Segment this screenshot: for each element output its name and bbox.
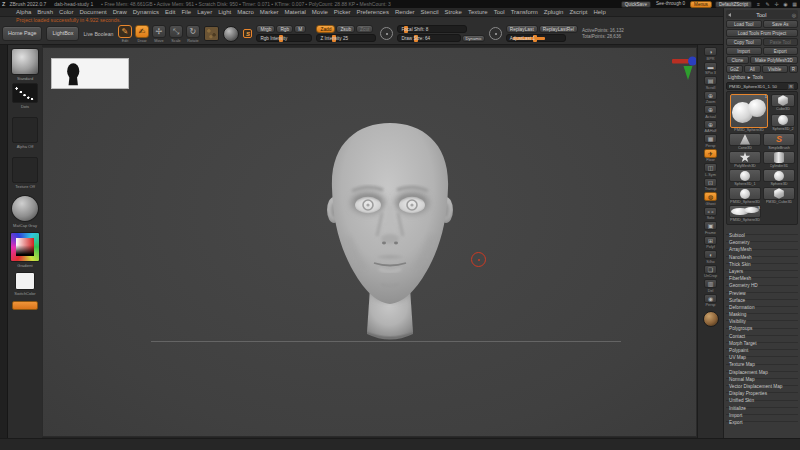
dynamic-button[interactable]: Dynamic [462,35,484,42]
current-material-sphere[interactable] [223,26,239,42]
right-shelf-button[interactable]: ◍ Ghost [700,192,722,206]
left-shelf-item[interactable]: Gradient [10,230,40,268]
mode-button[interactable]: ⤡ Scale [168,25,183,43]
tool-thumbnail[interactable]: Cylinder3D [763,151,795,168]
right-shelf-button[interactable]: ⊡ Transp [700,178,722,192]
menu-item[interactable]: Render [395,9,415,15]
pen-icon[interactable]: ✎ [764,1,771,7]
tool-panel-button[interactable]: Paste Tool [763,38,799,46]
mode-button[interactable]: ✢ Move [151,25,166,43]
replay-last-rel-button[interactable]: ReplayLastRel [539,25,578,33]
tool-thumbnail[interactable]: PM3D_Cube3D [763,187,795,204]
default-zscript-button[interactable]: DefaultZScript [715,1,752,8]
tool-panel-button[interactable]: Visible [762,65,788,73]
tool-panel-button[interactable]: All [744,65,761,73]
rgb-button[interactable]: Rgb [276,25,293,33]
left-shelf-item[interactable]: SwitchColor [14,270,35,296]
tool-subpalette[interactable]: Polypaint [726,343,798,350]
tool-subpalette[interactable]: Masking [726,307,798,314]
tool-subpalette[interactable]: Unified Skin [726,393,798,400]
tool-subpalette[interactable]: Thick Skin [726,257,798,264]
menu-item[interactable]: Movie [312,9,328,15]
quicksave-button[interactable]: QuickSave [621,1,651,8]
menu-item[interactable]: Layer [197,9,212,15]
shelf-material-sphere-icon[interactable] [703,311,719,327]
tool-subpalette[interactable]: Vector Displacement Map [726,379,798,386]
left-tray-edge[interactable] [0,45,8,450]
mode-button[interactable]: ✍ Draw [134,25,149,43]
m-button[interactable]: M [294,25,306,33]
left-shelf-item[interactable]: MatCap Gray [11,191,39,228]
right-shelf-button[interactable]: ▦ Persp [700,134,722,148]
menu-item[interactable]: Draw [113,9,127,15]
menu-item[interactable]: File [181,9,191,15]
right-shelf-button[interactable]: ⊕ Actual [700,105,722,119]
right-shelf-button[interactable]: ▬ SPix 3 [700,62,722,76]
tool-subpalette[interactable]: NanoMesh [726,250,798,257]
menu-item[interactable]: Dynamics [133,9,159,15]
reference-thumbnail[interactable] [51,58,129,89]
tool-panel-button[interactable]: Make PolyMesh3D [750,56,798,64]
menu-item[interactable]: Edit [165,9,175,15]
tool-thumbnail[interactable]: Sphere3D_2 [771,114,795,133]
tool-subpalette[interactable]: Geometry [726,235,798,242]
right-shelf-button[interactable]: ◉ Persp [700,294,722,308]
current-tool-thumbnail[interactable]: 1 PM3D_Sphere3D [729,94,769,132]
tool-panel-button[interactable]: Import [726,47,762,55]
menu-item[interactable]: Transform [511,9,538,15]
draw-size-slider[interactable]: Draw Size: 64 [397,34,461,42]
right-shelf-button[interactable]: ✈ Floor [700,149,722,163]
right-shelf-button[interactable]: ◖ Silho [700,250,722,264]
zadd-button[interactable]: Zadd [316,25,335,33]
adjust-last-slider[interactable]: AdjustLast 1 [506,34,566,42]
tool-thumbnail[interactable]: PM3D_Sphere3D [729,187,761,204]
menu-item[interactable]: Marker [260,9,279,15]
tool-subpalette[interactable]: UV Map [726,350,798,357]
focal-shift-slider[interactable]: Focal Shift: 8 [397,25,467,33]
right-shelf-button[interactable]: ▥ Del [700,279,722,293]
menu-item[interactable]: Material [285,9,306,15]
sculpt-canvas[interactable] [42,47,697,437]
menu-item[interactable]: Document [79,9,106,15]
tool-subpalette[interactable]: Geometry HD [726,278,798,285]
axis-gizmo[interactable] [671,51,697,81]
menus-button[interactable]: Menus [690,1,712,8]
move-icon[interactable]: ✢ [773,1,780,7]
tool-panel-button[interactable]: Export [763,47,799,55]
left-shelf-item[interactable]: Texture Off [12,151,38,189]
tool-thumbnail[interactable]: 3 PM3D_Sphere3D [729,205,761,222]
tool-thumbnail[interactable]: Cube3D [771,94,795,113]
target-icon[interactable]: ◉ [782,1,789,7]
tool-thumbnail[interactable]: Sphere3D_1 [729,169,761,186]
tool-subpalette[interactable]: Preview [726,286,798,293]
tool-subpalette[interactable]: Visibility [726,314,798,321]
panel-settings-icon[interactable]: ◎ [792,12,796,18]
mrgb-button[interactable]: Mrgb [256,25,275,33]
rgb-intensity-slider[interactable]: Rgb Intensity [256,34,312,42]
right-shelf-button[interactable]: ❏ UnCrop [700,265,722,279]
right-shelf-button[interactable]: ∘∘ Solo [700,207,722,221]
tool-subpalette[interactable]: Displacement Map [726,365,798,372]
menu-icon[interactable]: ≡ [755,1,762,7]
tool-subpalette[interactable]: Contact [726,329,798,336]
tool-subpalette[interactable]: Subtool [726,228,798,235]
right-shelf-button[interactable]: ▣ Frame [700,221,722,235]
right-shelf-button[interactable]: ⊞ Polyf [700,236,722,250]
right-shelf-button[interactable]: ◑ BPR [700,47,722,61]
lightbox-tools-link[interactable]: Lightbox ► Tools [726,74,798,81]
spotlight-texture-swatch[interactable] [204,26,219,41]
live-boolean-button[interactable]: Live Boolean [83,31,113,37]
tool-panel-button[interactable]: Copy Tool [726,38,762,46]
tool-subpalette[interactable]: Morph Target [726,336,798,343]
tool-subpalette[interactable]: Import [726,408,798,415]
menu-item[interactable]: Light [218,9,231,15]
tool-thumbnail[interactable]: SimpleBrush [763,133,795,150]
menu-item[interactable]: Stencil [421,9,439,15]
menu-item[interactable]: Texture [468,9,488,15]
left-shelf-item[interactable]: Dots [12,83,38,109]
replay-last-button[interactable]: ReplayLast [506,25,538,33]
mode-button[interactable]: ✎ Edit [117,25,132,43]
selected-tool-bar[interactable]: PM3D_Sphere3D1_1. 50 R [726,82,798,90]
selected-tool-r-button[interactable]: R [787,83,795,90]
left-shelf-item[interactable]: Standard [11,48,39,81]
